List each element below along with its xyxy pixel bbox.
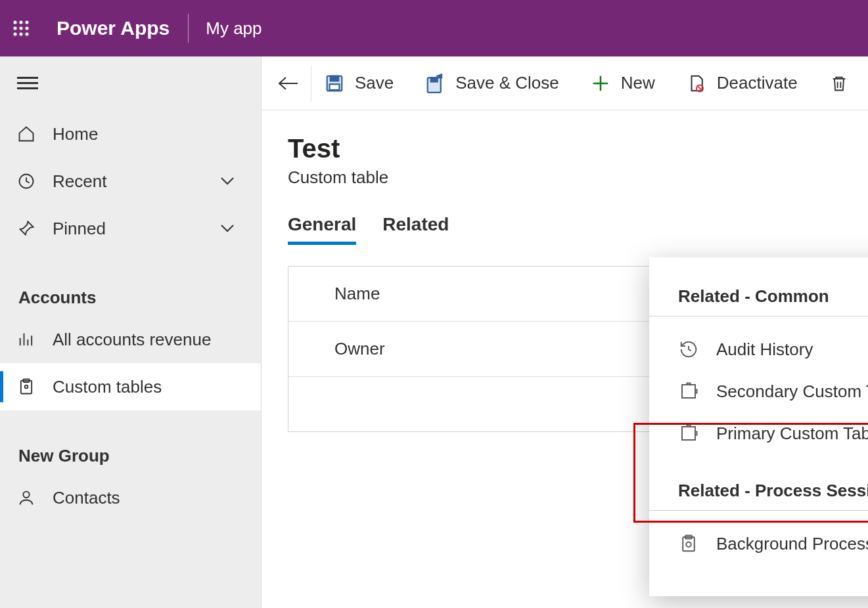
svg-point-6 — [13, 32, 16, 35]
puzzle-icon — [678, 381, 699, 402]
brand-label[interactable]: Power Apps — [42, 17, 188, 39]
svg-point-0 — [13, 20, 16, 24]
svg-rect-10 — [17, 82, 38, 84]
command-label: Save — [355, 73, 394, 93]
clipboard-gear-icon — [678, 533, 699, 554]
svg-point-4 — [19, 26, 22, 30]
tab-strip: General Related — [288, 214, 868, 245]
svg-rect-24 — [682, 427, 695, 440]
related-item-label: Audit History — [716, 339, 813, 360]
sidebar-item-home[interactable]: Home — [0, 110, 261, 158]
svg-rect-21 — [431, 77, 438, 81]
command-label: New — [621, 73, 655, 93]
related-item-label: Secondary Custom Table Relationship — [716, 381, 868, 402]
chevron-down-icon — [220, 224, 235, 233]
person-icon — [16, 487, 37, 508]
svg-rect-19 — [330, 84, 340, 90]
waffle-icon — [12, 20, 30, 37]
pin-icon — [16, 218, 37, 239]
svg-point-7 — [19, 32, 22, 35]
trash-icon — [830, 74, 850, 93]
svg-rect-23 — [682, 385, 695, 398]
app-launcher-button[interactable] — [0, 20, 42, 37]
sidebar-item-recent[interactable]: Recent — [0, 158, 261, 205]
sidebar-item-label: Custom tables — [53, 377, 162, 397]
svg-point-15 — [25, 385, 28, 389]
svg-rect-9 — [17, 77, 38, 79]
save-close-icon — [425, 74, 445, 93]
chart-icon — [16, 329, 37, 350]
arrow-left-icon — [277, 76, 299, 91]
clipboard-icon — [16, 376, 37, 397]
new-button[interactable]: New — [591, 73, 655, 93]
svg-point-5 — [25, 26, 28, 30]
sidebar-collapse-button[interactable] — [0, 56, 261, 110]
command-bar: Save Save & Close New Deactivate — [262, 56, 868, 110]
svg-point-3 — [13, 26, 16, 30]
svg-point-16 — [23, 492, 29, 498]
page-header: Test Custom table — [262, 110, 868, 188]
related-item-label: Primary Custom Table Relationship — [716, 423, 868, 444]
related-item-background-processes[interactable]: Background Processes — [649, 523, 868, 565]
svg-point-1 — [19, 20, 22, 24]
related-group-process-title: Related - Process Sessions — [649, 481, 868, 511]
related-item-label: Background Processes — [716, 534, 868, 554]
tab-related[interactable]: Related — [382, 214, 449, 245]
deactivate-button[interactable]: Deactivate — [687, 73, 798, 93]
sidebar-section-accounts: Accounts — [0, 278, 261, 316]
save-button[interactable]: Save — [325, 73, 394, 93]
svg-point-27 — [686, 542, 691, 548]
sidebar-item-label: Pinned — [53, 219, 106, 239]
main-content: Save Save & Close New Deactivate — [262, 56, 868, 608]
deactivate-icon — [687, 74, 706, 93]
delete-button[interactable] — [830, 74, 868, 93]
sidebar-item-custom-tables[interactable]: Custom tables — [0, 363, 261, 410]
chevron-down-icon — [220, 177, 235, 186]
home-icon — [16, 123, 37, 144]
sidebar-item-label: Home — [53, 124, 98, 144]
sidebar-item-label: Contacts — [53, 488, 120, 508]
top-bar: Power Apps My app — [0, 0, 868, 56]
command-label: Deactivate — [717, 73, 798, 93]
puzzle-icon — [678, 423, 699, 444]
hamburger-icon — [17, 76, 38, 91]
clock-icon — [16, 171, 37, 192]
sidebar-item-contacts[interactable]: Contacts — [0, 474, 261, 521]
svg-rect-18 — [331, 76, 339, 81]
svg-rect-11 — [17, 87, 38, 89]
save-icon — [325, 74, 344, 93]
app-name-label[interactable]: My app — [189, 18, 262, 39]
related-group-common-title: Related - Common — [649, 286, 868, 316]
svg-point-8 — [25, 32, 28, 35]
page-subtitle: Custom table — [288, 167, 868, 188]
related-item-secondary-custom-table[interactable]: Secondary Custom Table Relationship — [649, 370, 868, 412]
sidebar-section-new-group: New Group — [0, 437, 261, 474]
sidebar-item-label: All accounts revenue — [53, 330, 211, 350]
related-dropdown: Related - Common Audit History Secondary… — [649, 257, 868, 596]
sidebar-item-all-accounts-revenue[interactable]: All accounts revenue — [0, 316, 261, 363]
tab-general[interactable]: General — [288, 214, 356, 245]
sidebar-item-label: Recent — [53, 171, 106, 192]
sidebar-item-pinned[interactable]: Pinned — [0, 205, 261, 252]
history-icon — [678, 339, 699, 360]
related-item-primary-custom-table[interactable]: Primary Custom Table Relationship — [649, 412, 868, 454]
svg-point-2 — [25, 20, 28, 24]
save-close-button[interactable]: Save & Close — [425, 73, 559, 93]
sidebar: Home Recent Pinned Accounts A — [0, 56, 262, 608]
related-item-audit-history[interactable]: Audit History — [649, 328, 868, 370]
back-button[interactable] — [276, 66, 311, 101]
command-label: Save & Close — [455, 73, 559, 93]
page-title: Test — [288, 134, 868, 163]
plus-icon — [591, 74, 610, 93]
